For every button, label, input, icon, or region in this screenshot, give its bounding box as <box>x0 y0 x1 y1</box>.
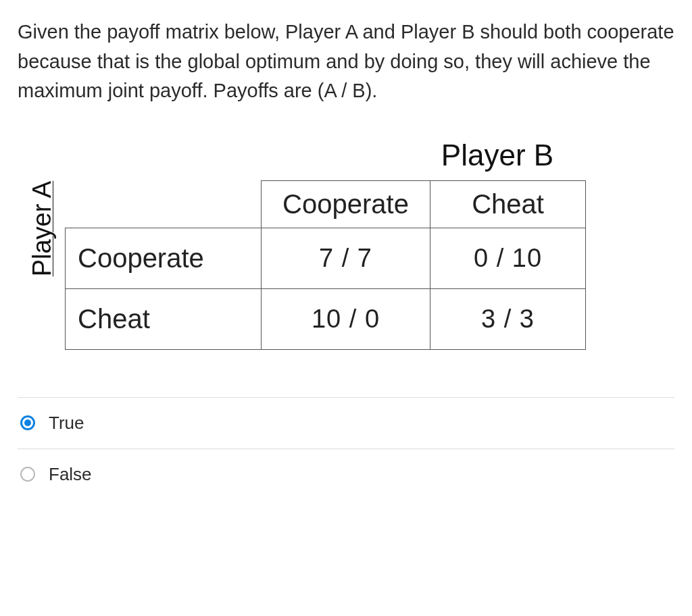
table-corner <box>66 180 262 228</box>
row-header-cheat: Cheat <box>66 288 262 349</box>
player-a-axis-label: Player A <box>28 38 57 228</box>
option-false[interactable]: False <box>18 448 674 500</box>
cell-cooperate-cheat: 0 / 10 <box>430 228 586 288</box>
question-text: Given the payoff matrix below, Player A … <box>18 18 674 106</box>
cell-cooperate-cooperate: 7 / 7 <box>262 228 430 288</box>
row-header-cooperate: Cooperate <box>66 228 262 288</box>
option-true-label: True <box>49 413 84 434</box>
payoff-table: Cooperate Cheat Cooperate 7 / 7 0 / 10 C… <box>65 180 586 350</box>
radio-unselected-icon <box>20 467 35 482</box>
option-true[interactable]: True <box>18 397 674 448</box>
option-false-label: False <box>49 464 92 485</box>
col-header-cooperate: Cooperate <box>262 180 430 228</box>
player-b-axis-label: Player B <box>328 138 666 172</box>
radio-selected-icon <box>20 415 35 430</box>
payoff-matrix: Player B Player A Cooperate Cheat Cooper… <box>65 180 674 350</box>
col-header-cheat: Cheat <box>430 180 586 228</box>
cell-cheat-cheat: 3 / 3 <box>430 288 586 349</box>
answer-options: True False <box>18 397 674 500</box>
cell-cheat-cooperate: 10 / 0 <box>262 288 430 349</box>
